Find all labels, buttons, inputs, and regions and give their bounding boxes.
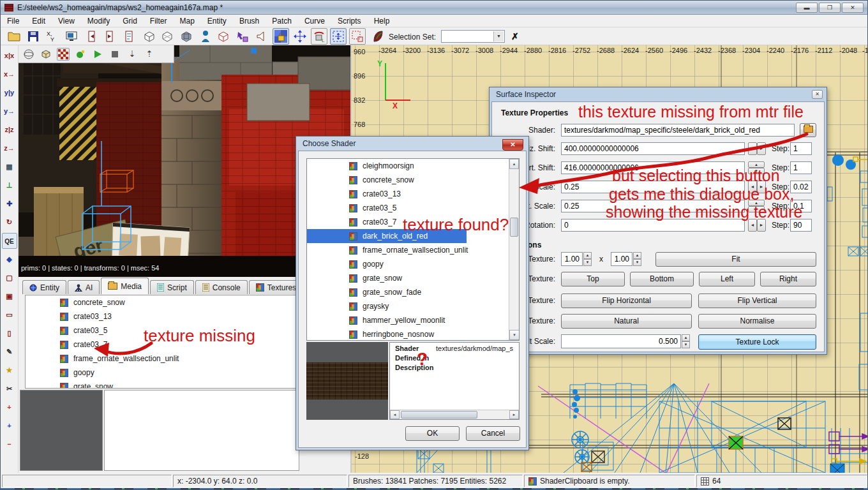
arrow-down-icon[interactable]: ▼: [748, 206, 765, 212]
translate-tool-icon[interactable]: ✚: [2, 196, 17, 212]
shader-list-item[interactable]: crate03_5: [307, 201, 519, 215]
outline-box-icon[interactable]: ▯: [2, 325, 17, 341]
shader-list-item-selected[interactable]: dark_brick_old_red: [307, 229, 467, 243]
speaker-icon[interactable]: [255, 29, 269, 43]
menu-view[interactable]: View: [52, 15, 81, 27]
choose-shader-close-icon[interactable]: ✕: [502, 139, 523, 151]
undo-icon[interactable]: [85, 29, 99, 43]
vert-scale-step-input[interactable]: [790, 200, 812, 212]
scrollbar-thumb[interactable]: [401, 411, 477, 419]
scissors-icon[interactable]: ✂: [2, 381, 17, 397]
choose-shader-dialog[interactable]: Choose Shader ✕ cleighmoorsign concrete_…: [296, 136, 529, 450]
list-item[interactable]: crate03_5: [26, 323, 297, 338]
play-icon[interactable]: [91, 48, 104, 61]
surface-inspector-close-icon[interactable]: ✕: [812, 90, 823, 99]
move-icon[interactable]: [293, 29, 307, 43]
arrow-down-icon[interactable]: ▼: [682, 341, 690, 348]
horiz-shift-input[interactable]: [561, 142, 745, 155]
shader-list-item[interactable]: frame_ornate_wallsection_unlit: [307, 243, 519, 257]
fit-y-input[interactable]: [611, 252, 632, 266]
shader-list-item[interactable]: crate03_7: [307, 215, 519, 229]
qe-tool-icon[interactable]: QE: [2, 233, 17, 249]
texture-lock-button[interactable]: Texture Lock: [698, 334, 816, 350]
info-h-scrollbar[interactable]: ◄ ►: [390, 410, 519, 419]
arrow-left-icon[interactable]: ◄: [748, 181, 757, 193]
brush-cube2-icon[interactable]: [160, 29, 174, 43]
farclip-in-icon[interactable]: ⇣: [126, 48, 138, 61]
clip-mode-icon[interactable]: [349, 28, 366, 45]
texture-paste-icon[interactable]: [236, 29, 250, 43]
tab-console[interactable]: Console: [195, 280, 248, 294]
arrow-down-icon[interactable]: ▼: [633, 259, 641, 266]
refresh-models-icon[interactable]: [122, 29, 136, 43]
title-bar[interactable]: E:/steele/ws2_homeagain/maps/ws2_homeaga…: [1, 1, 867, 15]
vert-scale-input[interactable]: [561, 200, 745, 212]
surface-inspector-dialog[interactable]: Surface Inspector ✕ Texture Properties S…: [489, 87, 827, 355]
surface-inspector-titlebar[interactable]: Surface Inspector: [490, 87, 827, 101]
menu-filter[interactable]: Filter: [144, 15, 174, 27]
rotate-tool-icon[interactable]: ↻: [2, 214, 17, 230]
list-item[interactable]: crate03_13: [26, 309, 297, 323]
tab-media[interactable]: Media: [101, 278, 149, 294]
menu-scripts[interactable]: Scripts: [331, 15, 368, 27]
arrow-up-icon[interactable]: ▲: [633, 252, 641, 259]
menu-file[interactable]: File: [1, 15, 26, 27]
marquee-select-icon[interactable]: ▢: [2, 270, 17, 286]
arrow-right-icon[interactable]: ►: [757, 142, 766, 155]
list-item[interactable]: concrete_snow: [26, 295, 297, 309]
rotate-y-icon[interactable]: y→: [2, 103, 17, 119]
rotate-x-icon[interactable]: x→: [2, 66, 17, 82]
media-texture-list[interactable]: concrete_snow crate03_13 crate03_5 crate…: [25, 295, 298, 389]
shader-list-scrollbar[interactable]: ▲ ▼: [509, 159, 519, 340]
scroll-right-icon[interactable]: ►: [509, 410, 519, 419]
chevron-down-icon[interactable]: ▼: [493, 31, 504, 41]
shader-list-item[interactable]: hammer_yellow_moonlit: [307, 313, 519, 327]
fit-button[interactable]: Fit: [655, 252, 816, 267]
open-map-icon[interactable]: [7, 29, 21, 43]
stop-icon[interactable]: [108, 48, 121, 61]
clear-selection-set-icon[interactable]: ✗: [511, 31, 519, 41]
menu-map[interactable]: Map: [174, 15, 201, 27]
arrow-left-icon[interactable]: ◄: [748, 219, 757, 232]
flip-z-icon[interactable]: z|z: [2, 122, 17, 138]
flip-x-icon[interactable]: x|x: [2, 48, 17, 64]
remove-vertex-icon[interactable]: −: [2, 436, 17, 452]
flip-y-icon[interactable]: y|y: [2, 85, 17, 101]
align-top-button[interactable]: Top: [561, 272, 625, 286]
rotate-z-icon[interactable]: z→: [2, 140, 17, 156]
rotation-input[interactable]: [561, 219, 745, 232]
shader-list-item[interactable]: crate03_13: [307, 187, 519, 201]
solid-mode-icon[interactable]: [40, 48, 52, 61]
vert-shift-step-input[interactable]: [790, 161, 812, 174]
arrow-right-icon[interactable]: ►: [757, 219, 766, 232]
horiz-scale-input[interactable]: [561, 181, 745, 193]
ok-button[interactable]: OK: [405, 426, 460, 441]
shader-list[interactable]: cleighmoorsign concrete_snow crate03_13 …: [306, 158, 520, 341]
player-start-icon[interactable]: [198, 29, 213, 43]
choose-shader-titlebar[interactable]: Choose Shader: [296, 137, 528, 151]
menu-modify[interactable]: Modify: [81, 15, 116, 27]
menu-edit[interactable]: Edit: [26, 15, 52, 27]
menu-grid[interactable]: Grid: [116, 15, 144, 27]
add-vertex-red-icon[interactable]: +: [2, 399, 17, 415]
tab-ai[interactable]: AI: [68, 280, 100, 294]
add-vertex-blue-icon[interactable]: +: [2, 418, 17, 434]
lighting-mode-icon[interactable]: [74, 48, 87, 61]
copy-brush-icon[interactable]: ▣: [2, 288, 17, 304]
arrow-left-icon[interactable]: ◄: [748, 142, 757, 155]
menu-brush[interactable]: Brush: [233, 15, 266, 27]
arrow-down-icon[interactable]: ▼: [748, 168, 765, 174]
normalise-button[interactable]: Normalise: [698, 314, 816, 329]
clipper-icon[interactable]: ⊥: [2, 177, 17, 193]
shader-list-item[interactable]: grate_snow_fade: [307, 285, 519, 299]
brush-cube-icon[interactable]: [142, 29, 156, 43]
patch-cube-icon[interactable]: [179, 29, 193, 43]
toggle-views-icon[interactable]: X,Y: [45, 29, 59, 43]
arrow-down-icon[interactable]: ▼: [583, 259, 592, 266]
arrow-up-icon[interactable]: ▲: [748, 161, 765, 168]
align-left-button[interactable]: Left: [699, 272, 755, 286]
selection-set-combobox[interactable]: ▼: [441, 30, 505, 43]
horiz-shift-step-input[interactable]: [790, 142, 812, 155]
scroll-left-icon[interactable]: ◄: [390, 410, 400, 419]
tab-script[interactable]: Script: [150, 280, 194, 294]
